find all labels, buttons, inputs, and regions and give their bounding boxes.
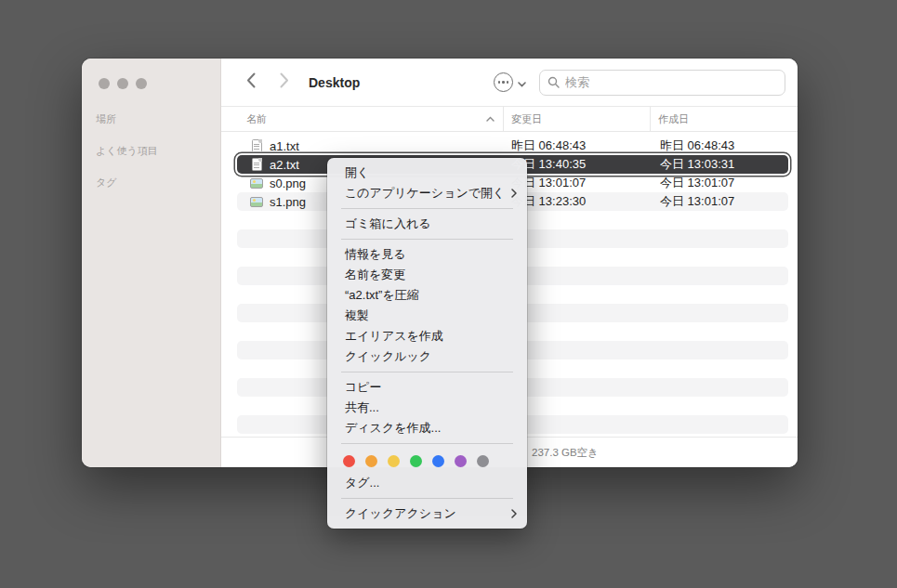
file-row[interactable]: a1.txt 昨日 06:48:43 昨日 06:48:43 bbox=[237, 137, 788, 155]
toolbar: Desktop bbox=[221, 59, 798, 107]
submenu-chevron-icon bbox=[511, 189, 517, 198]
column-label-created: 作成日 bbox=[658, 112, 689, 126]
menu-item-duplicate[interactable]: 複製 bbox=[327, 306, 527, 326]
tag-color-dot-2[interactable] bbox=[388, 455, 400, 467]
status-text: 237.3 GB空き bbox=[532, 446, 599, 460]
image-icon bbox=[250, 197, 263, 207]
image-icon bbox=[250, 178, 263, 189]
tag-color-dot-5[interactable] bbox=[455, 455, 467, 467]
menu-item-compress[interactable]: “a2.txt”を圧縮 bbox=[327, 285, 527, 306]
menu-separator bbox=[341, 498, 513, 499]
forward-button[interactable] bbox=[273, 71, 296, 95]
window-title: Desktop bbox=[309, 75, 360, 90]
file-created: 今日 13:01:07 bbox=[660, 175, 788, 191]
tag-color-dot-0[interactable] bbox=[343, 455, 355, 467]
search-input[interactable] bbox=[565, 75, 777, 89]
ellipsis-circle-icon bbox=[494, 72, 513, 92]
menu-item-rename[interactable]: 名前を変更 bbox=[327, 265, 527, 285]
sidebar-section-places: 場所 bbox=[96, 112, 220, 126]
chevron-right-icon bbox=[280, 72, 289, 92]
menu-separator bbox=[341, 208, 513, 209]
menu-separator bbox=[341, 443, 513, 444]
menu-item-open[interactable]: 開く bbox=[327, 163, 527, 183]
sidebar-section-favorites: よく使う項目 bbox=[96, 144, 220, 158]
document-icon bbox=[250, 158, 263, 171]
column-label-modified: 変更日 bbox=[511, 112, 542, 126]
menu-item-copy[interactable]: コピー bbox=[327, 377, 527, 398]
submenu-chevron-icon bbox=[511, 509, 517, 518]
context-menu: 開く このアプリケーションで開く ゴミ箱に入れる 情報を見る 名前を変更 “a2… bbox=[327, 158, 527, 529]
menu-item-tags[interactable]: タグ... bbox=[327, 473, 527, 493]
zoom-button[interactable] bbox=[136, 78, 147, 89]
search-icon bbox=[547, 76, 560, 88]
menu-item-open-with[interactable]: このアプリケーションで開く bbox=[327, 183, 527, 203]
more-options-button[interactable] bbox=[494, 72, 526, 92]
file-modified: 今日 13:23:30 bbox=[511, 193, 660, 210]
tag-color-dot-4[interactable] bbox=[432, 455, 444, 467]
column-header-modified[interactable]: 変更日 bbox=[504, 107, 651, 131]
file-modified: 今日 13:40:35 bbox=[511, 156, 660, 173]
file-modified: 今日 13:01:07 bbox=[511, 175, 660, 191]
tag-color-dot-6[interactable] bbox=[477, 455, 489, 467]
column-header-name[interactable]: 名前 bbox=[221, 107, 504, 131]
column-headers: 名前 変更日 作成日 bbox=[221, 107, 798, 132]
tag-color-dots bbox=[327, 449, 527, 473]
menu-item-get-info[interactable]: 情報を見る bbox=[327, 244, 527, 265]
menu-item-share[interactable]: 共有... bbox=[327, 398, 527, 418]
back-button[interactable] bbox=[240, 71, 262, 95]
column-header-created[interactable]: 作成日 bbox=[651, 107, 798, 131]
chevron-down-icon bbox=[518, 74, 526, 91]
file-name: a1.txt bbox=[270, 139, 511, 153]
menu-item-quick-actions[interactable]: クイックアクション bbox=[327, 503, 527, 524]
file-created: 今日 13:03:31 bbox=[660, 156, 788, 173]
document-icon bbox=[250, 139, 263, 152]
close-button[interactable] bbox=[99, 78, 110, 89]
file-created: 昨日 06:48:43 bbox=[660, 137, 788, 154]
file-created: 今日 13:01:07 bbox=[660, 193, 788, 210]
sidebar: 場所 よく使う項目 タグ bbox=[82, 59, 221, 467]
tag-color-dot-1[interactable] bbox=[365, 455, 377, 467]
menu-item-quick-look[interactable]: クイックルック bbox=[327, 346, 527, 367]
menu-separator bbox=[341, 372, 513, 372]
file-modified: 昨日 06:48:43 bbox=[511, 137, 660, 154]
sidebar-section-tags: タグ bbox=[96, 176, 220, 189]
sort-ascending-icon bbox=[486, 116, 495, 122]
menu-item-move-to-trash[interactable]: ゴミ箱に入れる bbox=[327, 214, 527, 234]
search-field[interactable] bbox=[539, 70, 785, 96]
minimize-button[interactable] bbox=[117, 78, 128, 89]
chevron-left-icon bbox=[246, 72, 256, 92]
menu-separator bbox=[341, 239, 513, 240]
column-label-name: 名前 bbox=[246, 112, 267, 126]
tag-color-dot-3[interactable] bbox=[410, 455, 422, 467]
menu-item-make-alias[interactable]: エイリアスを作成 bbox=[327, 326, 527, 346]
window-controls bbox=[82, 59, 220, 89]
menu-item-burn-disc[interactable]: ディスクを作成... bbox=[327, 418, 527, 438]
